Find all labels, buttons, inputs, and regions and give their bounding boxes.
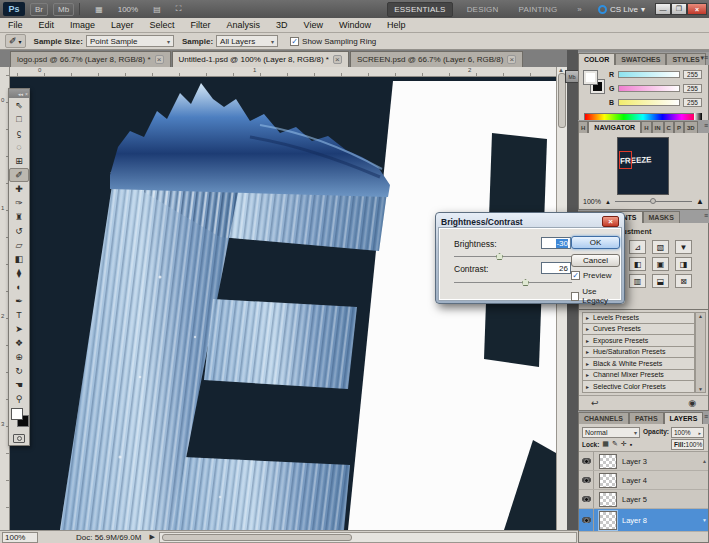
menu-edit[interactable]: Edit xyxy=(31,20,63,30)
foreground-color-swatch[interactable] xyxy=(11,408,23,420)
fill-field[interactable]: Fill: 100% xyxy=(671,439,704,450)
green-value-field[interactable]: 255 xyxy=(683,84,702,93)
menu-help[interactable]: Help xyxy=(379,20,414,30)
blend-mode-select[interactable]: Normal ▾ xyxy=(582,427,640,438)
threshold-icon[interactable]: ▥ xyxy=(629,274,646,288)
close-icon[interactable]: × xyxy=(155,55,164,64)
tab-color[interactable]: COLOR xyxy=(578,53,615,65)
menu-view[interactable]: View xyxy=(296,20,331,30)
layer-name[interactable]: Layer 8 xyxy=(622,516,647,525)
scroll-down-icon[interactable]: ▼ xyxy=(698,386,703,392)
visibility-toggle[interactable] xyxy=(579,509,594,531)
disclosure-icon[interactable]: ▸ xyxy=(586,383,589,390)
list-item-black-white-presets[interactable]: ▸Black & White Presets xyxy=(582,358,695,370)
photo-filter-icon[interactable]: ▣ xyxy=(652,257,669,271)
tab-truncated-4[interactable]: P xyxy=(674,121,684,133)
menu-select[interactable]: Select xyxy=(142,20,183,30)
navigator-view-box[interactable] xyxy=(619,151,632,169)
dodge-tool[interactable]: ◐ xyxy=(9,280,29,294)
list-item-curves-presets[interactable]: ▸Curves Presets xyxy=(582,324,695,336)
selective-color-icon[interactable]: ⊠ xyxy=(675,274,692,288)
clone-stamp-tool[interactable]: ♜ xyxy=(9,210,29,224)
red-slider[interactable] xyxy=(618,71,680,78)
navigator-thumbnail[interactable]: FREEZE xyxy=(617,137,669,195)
return-to-list-icon[interactable]: ↩ xyxy=(591,398,599,408)
tab-swatches[interactable]: SWATCHES xyxy=(615,53,666,65)
blur-tool[interactable]: ⧫ xyxy=(9,266,29,280)
cs-live-button[interactable]: CS Live ▾ xyxy=(598,5,645,14)
collapse-icon[interactable]: ◂◂ xyxy=(18,91,23,97)
status-menu-arrow-icon[interactable]: ▶ xyxy=(149,533,154,541)
contrast-value-field[interactable]: 26 xyxy=(541,262,571,274)
clip-to-layer-icon[interactable]: ◉ xyxy=(688,398,696,408)
cancel-button[interactable]: Cancel xyxy=(571,254,620,267)
presets-scrollbar[interactable]: ▲ ▼ xyxy=(695,312,706,393)
visibility-toggle[interactable] xyxy=(579,490,594,508)
blue-slider[interactable] xyxy=(618,99,680,106)
type-tool[interactable]: T xyxy=(9,308,29,322)
mini-bridge-button[interactable]: Mb xyxy=(53,3,74,16)
arrange-documents-icon[interactable]: ▤ xyxy=(148,3,166,16)
scroll-up-icon[interactable]: ▲ xyxy=(702,458,707,464)
brightness-value-field[interactable]: -30 xyxy=(541,237,571,249)
minimize-button[interactable]: — xyxy=(655,3,671,15)
custom-shape-tool[interactable]: ❖ xyxy=(9,336,29,350)
red-value-field[interactable]: 255 xyxy=(683,70,702,79)
brush-tool[interactable]: ✑ xyxy=(9,196,29,210)
layer-row-layer8-selected[interactable]: Layer 8 ▼ xyxy=(579,509,708,532)
list-item-hue-saturation-presets[interactable]: ▸Hue/Saturation Presets xyxy=(582,347,695,359)
scroll-down-icon[interactable]: ▼ xyxy=(702,517,707,523)
list-item-channel-mixer-presets[interactable]: ▸Channel Mixer Presets xyxy=(582,370,695,382)
visibility-toggle[interactable] xyxy=(579,471,594,489)
workspace-painting[interactable]: PAINTING xyxy=(513,3,564,16)
layer-name[interactable]: Layer 4 xyxy=(622,476,647,485)
screen-mode-icon[interactable]: ⛶ xyxy=(171,3,187,16)
menu-analysis[interactable]: Analysis xyxy=(219,20,269,30)
quick-selection-tool[interactable]: ◌ xyxy=(9,140,29,154)
status-zoom-field[interactable]: 100% xyxy=(2,532,38,543)
panel-menu-icon[interactable]: ≡ xyxy=(704,122,708,129)
tab-paths[interactable]: PATHS xyxy=(629,412,664,424)
lock-pixels-icon[interactable]: ✎ xyxy=(612,440,618,448)
layer-name[interactable]: Layer 3 xyxy=(622,457,647,466)
gradient-tool[interactable]: ◧ xyxy=(9,252,29,266)
tab-truncated-1[interactable]: H xyxy=(641,121,651,133)
mini-bridge-panel-icon[interactable]: Mb xyxy=(565,70,579,83)
disclosure-icon[interactable]: ▸ xyxy=(586,325,589,332)
contrast-slider-knob[interactable] xyxy=(522,279,529,286)
disclosure-icon[interactable]: ▸ xyxy=(586,314,589,321)
green-slider[interactable] xyxy=(618,85,680,92)
disclosure-icon[interactable]: ▸ xyxy=(586,371,589,378)
tab-masks[interactable]: MASKS xyxy=(643,211,680,223)
move-tool[interactable]: ⇖ xyxy=(9,98,29,112)
contrast-slider[interactable] xyxy=(454,282,572,283)
brightness-slider-knob[interactable] xyxy=(496,253,503,260)
layer-row-layer3[interactable]: Layer 3 ▲ xyxy=(579,452,708,471)
horizontal-scrollbar[interactable] xyxy=(159,532,577,543)
curves-icon[interactable]: ⊿ xyxy=(629,240,646,254)
pen-tool[interactable]: ✒ xyxy=(9,294,29,308)
tab-navigator[interactable]: NAVIGATOR xyxy=(588,121,641,133)
workspace-design[interactable]: DESIGN xyxy=(461,3,505,16)
menu-3d[interactable]: 3D xyxy=(268,20,296,30)
history-brush-tool[interactable]: ↺ xyxy=(9,224,29,238)
menu-layer[interactable]: Layer xyxy=(103,20,142,30)
close-button[interactable]: × xyxy=(687,3,707,15)
disclosure-icon[interactable]: ▸ xyxy=(586,337,589,344)
show-sampling-ring-checkbox[interactable]: ✓ Show Sampling Ring xyxy=(290,37,376,46)
tab-truncated-5[interactable]: 3D xyxy=(684,121,698,133)
panel-menu-icon[interactable]: ▾≡ xyxy=(700,54,708,62)
menu-image[interactable]: Image xyxy=(62,20,103,30)
tab-truncated-3[interactable]: C xyxy=(664,121,674,133)
layer-name[interactable]: Layer 5 xyxy=(622,495,647,504)
layer-thumbnail[interactable] xyxy=(599,473,617,488)
spot-healing-tool[interactable]: ✚ xyxy=(9,182,29,196)
tools-panel-header[interactable]: ◂◂ × xyxy=(9,89,29,98)
menu-window[interactable]: Window xyxy=(331,20,379,30)
vibrance-icon[interactable]: ▼ xyxy=(675,240,692,254)
doc-tab-screen[interactable]: SCREEN.psd @ 66.7% (Layer 6, RGB/8) × xyxy=(350,51,523,67)
eyedropper-tool[interactable]: ✐ xyxy=(9,168,29,182)
lock-transparency-icon[interactable]: ▦ xyxy=(602,440,609,448)
close-icon[interactable]: × xyxy=(507,55,516,64)
black-white-icon[interactable]: ◧ xyxy=(629,257,646,271)
